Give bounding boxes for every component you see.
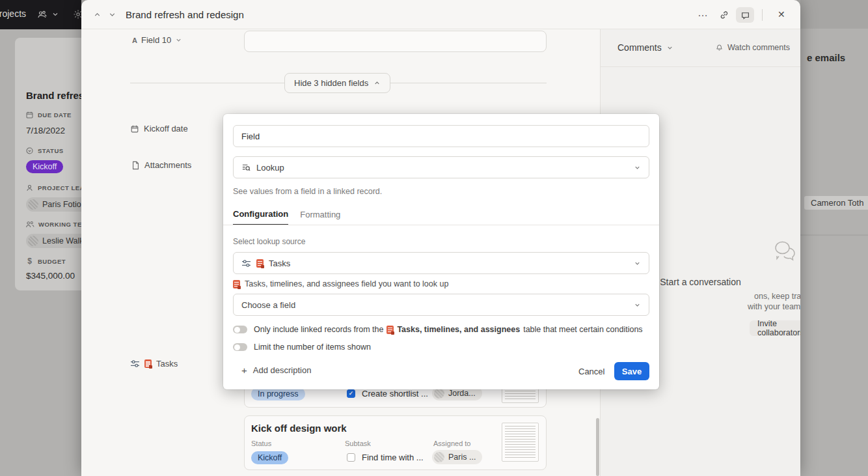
tabs-divider <box>223 225 659 225</box>
background-card-edge <box>800 234 868 236</box>
field-type-select[interactable]: Lookup <box>233 156 649 178</box>
chevron-down-icon <box>175 36 182 44</box>
document-icon <box>131 161 140 170</box>
conditions-toggle[interactable] <box>233 326 247 333</box>
scrollbar[interactable] <box>596 418 599 476</box>
conditions-toggle-text-pre: Only include linked records from the <box>254 325 383 334</box>
conversation-bubbles-icon <box>768 239 800 268</box>
chevron-down-icon[interactable] <box>51 10 59 18</box>
comments-dropdown[interactable]: Comments <box>617 42 673 53</box>
close-icon[interactable]: ✕ <box>778 9 785 20</box>
hide-hidden-fields-button[interactable]: Hide 3 hidden fields <box>284 73 390 93</box>
text-field-icon: A <box>132 36 137 44</box>
linked-record-icon <box>241 259 251 268</box>
background-record-card: Brand refres DUE DATE 7/18/2022 STATUS K… <box>15 38 90 290</box>
record-title[interactable]: Brand refresh and redesign <box>126 9 244 20</box>
field-type-value: Lookup <box>256 163 629 173</box>
task-title: Kick off design work <box>251 423 347 434</box>
due-date-label: DUE DATE <box>38 111 72 119</box>
dollar-icon: $ <box>25 257 34 266</box>
comments-header-label: Comments <box>617 42 662 53</box>
nav-projects-label: projects <box>0 8 26 19</box>
chevron-down-icon <box>634 260 641 267</box>
field10-label: Field 10 <box>141 35 171 45</box>
subtask-text: Find time with ... <box>362 453 424 462</box>
field-type-description: See values from a field in a linked reco… <box>233 187 382 196</box>
next-record-button[interactable] <box>108 10 116 19</box>
due-date-value: 7/18/2022 <box>26 126 65 135</box>
field10-input[interactable] <box>244 31 547 52</box>
topbar-divider <box>762 9 763 21</box>
assignee-chip: Paris ... <box>432 450 482 464</box>
airtable-screen: projects Brand refres DUE DATE <box>0 0 868 476</box>
add-description-button[interactable]: + Add description <box>241 365 311 376</box>
save-button[interactable]: Save <box>614 362 649 380</box>
chevron-down-icon <box>634 301 641 309</box>
cancel-button[interactable]: Cancel <box>578 367 604 376</box>
comments-toggle-button[interactable] <box>736 7 754 23</box>
people-icon <box>25 220 34 229</box>
avatar <box>434 388 444 399</box>
limit-items-label: Limit the number of items shown <box>254 343 371 352</box>
lookup-field-placeholder: Choose a field <box>241 300 629 310</box>
avatar <box>28 199 38 210</box>
watch-comments-label: Watch comments <box>727 43 790 52</box>
assigned-column-label: Assigned to <box>433 440 470 447</box>
tab-configuration[interactable]: Configuration <box>233 209 288 225</box>
background-top-nav: projects <box>0 0 81 29</box>
chevron-up-icon <box>373 79 381 87</box>
previous-record-button[interactable] <box>93 10 102 19</box>
lookup-source-value: Tasks <box>269 259 629 268</box>
copy-link-icon[interactable] <box>719 10 729 20</box>
subtask-checkbox[interactable] <box>347 389 355 398</box>
tasks-field-label[interactable]: Tasks <box>130 359 178 369</box>
calendar-icon <box>130 124 139 133</box>
collaborators-icon[interactable] <box>37 9 47 20</box>
attachments-field-label[interactable]: Attachments <box>131 160 191 170</box>
background-collaborator-chip: Cameron Toth <box>804 196 868 210</box>
budget-label: BUDGET <box>38 258 66 265</box>
modal-top-bar: Brand refresh and redesign … ✕ <box>81 0 800 29</box>
lookup-field-select[interactable]: Choose a field <box>233 294 649 316</box>
subtask-text: Create shortlist ... <box>362 389 428 399</box>
add-description-label: Add description <box>253 365 312 375</box>
field-name-input[interactable]: Field <box>233 125 649 147</box>
tasks-table-icon <box>387 326 394 334</box>
linked-record-icon <box>130 359 140 368</box>
background-card-title: Brand refres <box>26 90 84 101</box>
chevron-down-icon <box>666 44 673 51</box>
attachment-thumbnail <box>502 423 539 462</box>
chevron-down-icon <box>634 164 641 171</box>
task-status-pill: Kickoff <box>251 451 288 464</box>
conditions-toggle-table-name: Tasks, timelines, and assignees <box>397 325 520 334</box>
empty-state-line2: with your team — directly in Airtable. <box>748 302 800 311</box>
budget-value: $345,000.00 <box>26 271 75 281</box>
invite-collaborators-button[interactable]: Invite collaborators <box>750 320 800 336</box>
person-icon <box>25 184 34 192</box>
conditions-toggle-text-post: table that meet certain conditions <box>523 325 642 334</box>
tasks-table-icon <box>233 280 240 288</box>
tasks-table-icon <box>256 259 264 268</box>
status-label: STATUS <box>38 147 64 154</box>
status-column-label: Status <box>251 440 271 447</box>
lookup-field-helper: Tasks, timelines, and assignees field yo… <box>245 279 448 288</box>
comment-icon <box>740 10 750 20</box>
more-options-button[interactable]: … <box>698 7 709 19</box>
subtask-column-label: Subtask <box>345 440 371 447</box>
gear-icon[interactable] <box>73 9 81 20</box>
plus-icon: + <box>241 365 247 376</box>
task-card[interactable]: Kick off design work Status Subtask Assi… <box>244 415 547 470</box>
lookup-source-select[interactable]: Tasks <box>233 252 649 274</box>
project-lead-chip: Paris Fotio <box>26 197 88 212</box>
tab-formatting[interactable]: Formatting <box>300 210 340 225</box>
field10-header[interactable]: A Field 10 <box>132 35 182 45</box>
lookup-icon <box>241 163 251 172</box>
status-pill: Kickoff <box>26 160 63 173</box>
working-team-chip: Leslie Walk <box>26 234 90 248</box>
hide-hidden-fields-label: Hide 3 hidden fields <box>294 78 368 88</box>
subtask-checkbox[interactable] <box>347 453 355 462</box>
limit-items-toggle[interactable] <box>233 343 247 351</box>
task-status-pill: In progress <box>251 387 305 400</box>
watch-comments-button[interactable]: Watch comments <box>715 43 790 52</box>
kickoff-date-field-label[interactable]: Kickoff date <box>130 124 188 133</box>
